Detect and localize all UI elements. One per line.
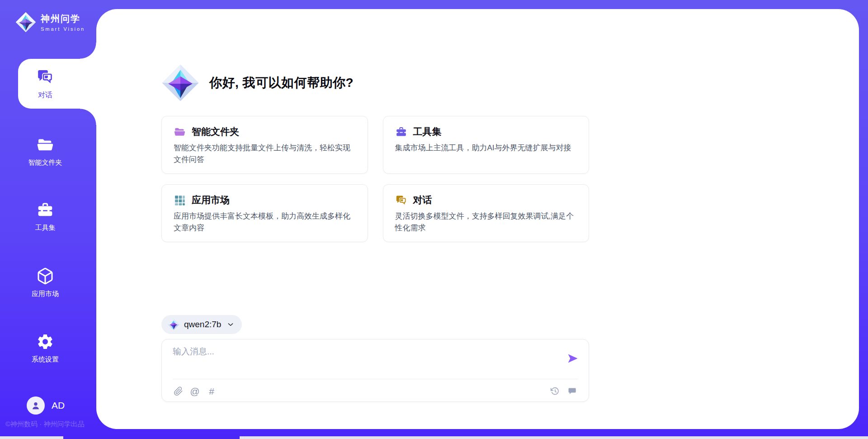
sidebar-item-settings[interactable]: 系统设置 bbox=[0, 333, 90, 364]
message-input[interactable] bbox=[173, 346, 552, 376]
sidebar-item-label: 应用市场 bbox=[32, 290, 59, 298]
card-title: 智能文件夹 bbox=[192, 125, 239, 138]
attach-file-button[interactable] bbox=[173, 385, 184, 397]
card-app-market[interactable]: 应用市场 应用市场提供丰富长文本模板，助力高效生成多样化文章内容 bbox=[161, 184, 368, 242]
active-tab-curve-top bbox=[80, 43, 96, 59]
feature-cards: 智能文件夹 智能文件夹功能支持批量文件上传与清洗，轻松实现文件问答 工具集 集成… bbox=[161, 116, 589, 242]
card-chat[interactable]: 对话 灵活切换多模型文件，支持多样回复效果调试,满足个性化需求 bbox=[383, 184, 590, 242]
sidebar-item-app-market[interactable]: 应用市场 bbox=[0, 267, 90, 298]
sidebar-item-label: 系统设置 bbox=[32, 355, 59, 364]
sidebar-item-chat[interactable]: 对话 bbox=[18, 59, 96, 109]
brand-subtitle: Smart Vision bbox=[41, 26, 85, 32]
card-toolset[interactable]: 工具集 集成市场上主流工具，助力AI与外界无缝扩展与对接 bbox=[383, 116, 590, 174]
person-icon bbox=[30, 400, 42, 411]
greeting-row: 你好, 我可以如何帮助你? bbox=[161, 63, 354, 102]
user-initials: AD bbox=[52, 400, 65, 411]
window-bottom-edge-segment bbox=[63, 436, 240, 439]
cube-icon bbox=[36, 267, 54, 285]
gear-icon bbox=[36, 333, 54, 351]
chat-icon bbox=[395, 194, 407, 206]
message-composer: @ # bbox=[161, 339, 589, 402]
sidebar-item-label: 对话 bbox=[18, 91, 72, 100]
card-title: 对话 bbox=[413, 194, 432, 206]
card-title: 工具集 bbox=[413, 125, 442, 138]
window-bottom-edge bbox=[0, 436, 868, 439]
card-smart-folder[interactable]: 智能文件夹 智能文件夹功能支持批量文件上传与清洗，轻松实现文件问答 bbox=[161, 116, 368, 174]
copyright-text: ©神州数码 · 神州问学出品 bbox=[5, 420, 100, 429]
brand-diamond-icon bbox=[15, 12, 36, 33]
card-title: 应用市场 bbox=[192, 194, 230, 206]
avatar bbox=[27, 396, 45, 415]
chat-icon bbox=[36, 68, 54, 86]
paperclip-icon bbox=[174, 387, 183, 396]
chevron-down-icon bbox=[226, 320, 235, 329]
toolbox-icon bbox=[395, 126, 407, 138]
active-tab-curve-bottom bbox=[80, 109, 96, 125]
model-selector[interactable]: qwen2:7b bbox=[161, 315, 242, 334]
history-icon bbox=[550, 387, 560, 396]
topic-button[interactable]: # bbox=[206, 385, 217, 397]
sidebar-item-toolset[interactable]: 工具集 bbox=[0, 201, 90, 232]
card-description: 智能文件夹功能支持批量文件上传与清洗，轻松实现文件问答 bbox=[174, 142, 356, 166]
app-window: 神州问学 Smart Vision 对话 智能文件夹 工具集 bbox=[0, 0, 868, 439]
chat-bubble-icon bbox=[568, 387, 577, 396]
new-chat-button[interactable] bbox=[567, 385, 578, 397]
assistant-logo-icon bbox=[161, 64, 199, 102]
main-content: 你好, 我可以如何帮助你? 智能文件夹 智能文件夹功能支持批量文件上传与清洗，轻… bbox=[161, 0, 589, 439]
brand-logo: 神州问学 Smart Vision bbox=[15, 12, 85, 33]
composer-divider bbox=[173, 379, 578, 379]
card-description: 集成市场上主流工具，助力AI与外界无缝扩展与对接 bbox=[395, 142, 577, 154]
mention-button[interactable]: @ bbox=[189, 385, 200, 397]
grid-icon bbox=[174, 194, 186, 206]
composer-toolbar: @ # bbox=[173, 384, 578, 398]
brand-name: 神州问学 bbox=[41, 13, 85, 25]
card-description: 灵活切换多模型文件，支持多样回复效果调试,满足个性化需求 bbox=[395, 210, 577, 234]
send-icon bbox=[567, 353, 579, 364]
greeting-text: 你好, 我可以如何帮助你? bbox=[209, 74, 354, 91]
card-description: 应用市场提供丰富长文本模板，助力高效生成多样化文章内容 bbox=[174, 210, 356, 234]
folder-icon bbox=[36, 136, 54, 154]
sidebar-item-label: 智能文件夹 bbox=[28, 158, 62, 167]
user-account[interactable]: AD bbox=[27, 396, 65, 415]
send-button[interactable] bbox=[566, 352, 580, 366]
sidebar-item-label: 工具集 bbox=[35, 224, 56, 232]
sidebar-item-smart-folder[interactable]: 智能文件夹 bbox=[0, 136, 90, 167]
model-name: qwen2:7b bbox=[184, 320, 221, 329]
toolbox-icon bbox=[36, 201, 54, 219]
model-logo-icon bbox=[168, 319, 179, 330]
folder-icon bbox=[174, 126, 186, 138]
history-button[interactable] bbox=[549, 385, 560, 397]
